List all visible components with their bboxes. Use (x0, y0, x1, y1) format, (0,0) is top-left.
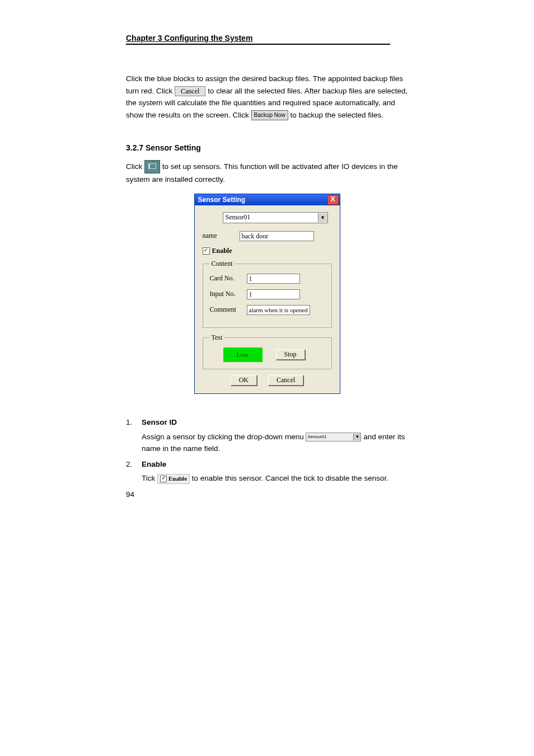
enable-label: Enable (212, 247, 232, 255)
text: Tick (142, 474, 157, 482)
chevron-down-icon[interactable]: ▼ (318, 213, 327, 222)
chapter-header: Chapter 3 Configuring the System (126, 34, 390, 45)
content-group: Content Card No. 1 Input No. 1 Comment a… (203, 260, 332, 328)
comment-input[interactable]: alarm when it is opened (247, 305, 310, 315)
name-label: name (203, 232, 240, 240)
enable-checkbox-row[interactable]: ✓ Enable (203, 247, 332, 255)
list-item: 2. Enable Tick ✓ Enable to enable this s… (126, 458, 408, 485)
list-title-enable: Enable (142, 458, 408, 471)
cancel-button[interactable]: Cancel (268, 375, 303, 386)
text: Click (126, 162, 144, 171)
intro-paragraph: Click the blue blocks to assign the desi… (126, 73, 408, 121)
dialog-titlebar: Sensor Setting X (195, 194, 340, 205)
comment-label: Comment (210, 306, 247, 314)
sensor-select-value: Sensor01 (223, 213, 318, 222)
section-paragraph: Click to set up sensors. This function w… (126, 160, 408, 186)
backup-now-button-inline: Backup Now (251, 110, 288, 120)
list-number: 2. (126, 458, 142, 485)
sensor-icon (144, 160, 160, 173)
test-status-low: Low (223, 348, 263, 362)
close-icon[interactable]: X (327, 195, 339, 205)
chip-label: Enable (168, 474, 187, 484)
inline-dropdown-value: Sensor01 (306, 434, 353, 441)
stop-button[interactable]: Stop (276, 349, 305, 360)
enable-checkbox[interactable]: ✓ (203, 247, 210, 255)
dialog-title: Sensor Setting (198, 196, 246, 204)
inputno-input[interactable]: 1 (247, 289, 300, 299)
inline-enable-chip: ✓ Enable (157, 474, 190, 484)
test-legend: Test (210, 334, 224, 342)
cardno-label: Card No. (210, 274, 247, 283)
test-group: Test Low Stop (203, 334, 332, 369)
list-number: 1. (126, 416, 142, 455)
sensor-select[interactable]: Sensor01 ▼ (223, 212, 328, 223)
checkbox-icon: ✓ (160, 476, 167, 482)
name-input[interactable]: back door (240, 231, 314, 241)
ok-button[interactable]: OK (231, 375, 257, 386)
list-title-sensor-id: Sensor ID (142, 416, 408, 429)
text: Assign a sensor by clicking the drop-dow… (142, 433, 304, 441)
text: to enable this sensor. Cancel the tick t… (192, 474, 388, 482)
cancel-button-inline: Cancel (175, 86, 205, 96)
content-legend: Content (210, 260, 235, 268)
chevron-down-icon: ▼ (353, 434, 360, 441)
inline-dropdown-sample: Sensor01 ▼ (306, 433, 361, 442)
section-heading: 3.2.7 Sensor Setting (126, 143, 408, 152)
inputno-label: Input No. (210, 290, 247, 298)
list-item: 1. Sensor ID Assign a sensor by clicking… (126, 416, 408, 455)
cardno-input[interactable]: 1 (247, 274, 300, 284)
text: to backup the selected files. (291, 111, 384, 119)
page-number: 94 (126, 490, 134, 499)
text: to set up sensors. This function will be… (126, 162, 397, 184)
sensor-setting-dialog: Sensor Setting X Sensor01 ▼ name back do… (194, 194, 340, 394)
